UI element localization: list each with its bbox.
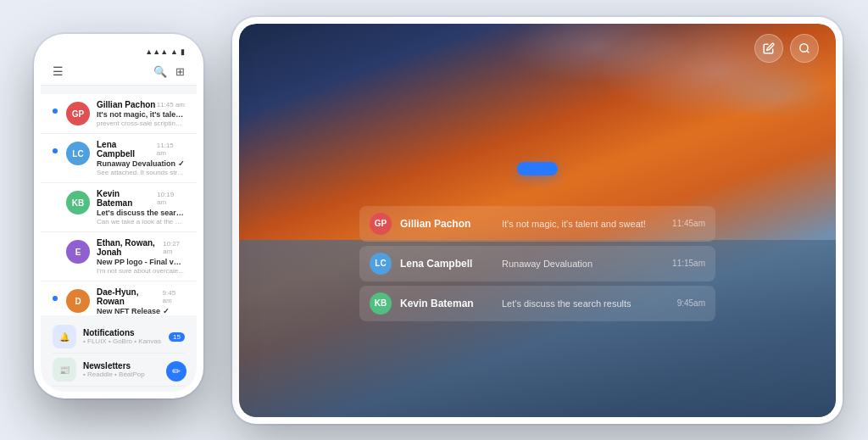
- phone-group-name: Notifications: [83, 328, 162, 337]
- email-sender: Kevin Bateman: [400, 298, 493, 309]
- tablet-main: GP Gillian Pachon It's not magic, it's t…: [239, 70, 836, 417]
- email-time: 11:45am: [672, 219, 705, 228]
- tablet: GP Gillian Pachon It's not magic, it's t…: [232, 17, 843, 424]
- phone-group-icon: 📰: [53, 358, 76, 382]
- phone-header-icons: 🔍 ⊞: [153, 65, 185, 78]
- email-avatar: LC: [370, 253, 392, 275]
- phone-subject: Runaway Devaluation ✓: [97, 159, 185, 168]
- scene: GP Gillian Pachon It's not magic, it's t…: [0, 0, 868, 440]
- phone-email-top: Ethan, Rowan, Jonah 10:27 am: [97, 238, 185, 257]
- phone-email-item[interactable]: E Ethan, Rowan, Jonah 10:27 am New PP lo…: [41, 232, 197, 281]
- phone-group-name: Newsletters: [83, 361, 162, 370]
- search-icon-button[interactable]: [790, 34, 819, 63]
- phone-preview: I'm not sure about overcale...: [97, 267, 185, 275]
- phone-email-top: Lena Campbell 11:15 am: [97, 140, 185, 159]
- phone-sender: Dae-Hyun, Rowan: [97, 287, 163, 306]
- phone-group-text: Newsletters • Readdle • BeatPop: [83, 361, 162, 378]
- phone-group-icon: 🔔: [53, 325, 76, 348]
- phone-status-icons: ▲▲▲ ▲ ▮: [145, 47, 185, 56]
- email-time: 9:45am: [677, 298, 705, 308]
- phone-preview: prevent cross-sale scripting...: [97, 120, 185, 127]
- svg-line-1: [807, 51, 810, 53]
- phone-avatar: LC: [66, 142, 90, 165]
- phone-email-top: Gillian Pachon 11:45 am: [97, 100, 185, 109]
- phone-email-list: GP Gillian Pachon 11:45 am It's not magi…: [41, 94, 197, 315]
- new-emails-section: GP Gillian Pachon It's not magic, it's t…: [359, 199, 715, 326]
- unread-dot: [53, 296, 58, 301]
- phone-email-body: Gillian Pachon 11:45 am It's not magic, …: [97, 100, 185, 127]
- phone-email-time: 11:15 am: [157, 142, 185, 157]
- email-sender: Gillian Pachon: [400, 218, 493, 230]
- phone-search-icon[interactable]: 🔍: [153, 65, 167, 78]
- svg-point-0: [800, 44, 808, 52]
- phone-preview: See attached. It sounds strange...: [97, 169, 185, 176]
- check-inbox-button[interactable]: [517, 162, 558, 175]
- email-avatar: KB: [370, 292, 392, 315]
- unread-dot: [53, 148, 58, 153]
- phone-groups: 🔔 Notifications • FLUIX • GoBro • Kanvas…: [53, 320, 185, 387]
- tablet-email-row[interactable]: GP Gillian Pachon It's not magic, it's t…: [359, 206, 715, 242]
- phone-email-top: Kevin Bateman 10:19 am: [97, 189, 185, 208]
- phone-email-top: Dae-Hyun, Rowan 9:45 am: [97, 287, 185, 306]
- phone-sender: Kevin Bateman: [97, 189, 157, 208]
- phone-group-item[interactable]: 📰 Newsletters • Readdle • BeatPop 36: [53, 354, 185, 387]
- phone-group-subs: • FLUIX • GoBro • Kanvas: [83, 337, 162, 345]
- email-subject: Runaway Devaluation: [502, 259, 664, 269]
- phone-email-time: 10:19 am: [157, 191, 185, 206]
- email-sender: Lena Campbell: [400, 258, 493, 270]
- edit-icon-button[interactable]: [754, 34, 783, 63]
- phone-email-time: 9:45 am: [163, 289, 185, 304]
- phone-preview: Can we take a look at the sketch...: [97, 218, 185, 226]
- unread-dot: [53, 109, 58, 114]
- battery-icon: ▮: [181, 47, 185, 56]
- phone-email-item[interactable]: KB Kevin Bateman 10:19 am Let's discuss …: [41, 183, 197, 232]
- phone-avatar: E: [66, 240, 90, 264]
- phone-group-item[interactable]: 🔔 Notifications • FLUIX • GoBro • Kanvas…: [53, 320, 185, 354]
- phone-sender: Lena Campbell: [97, 140, 157, 159]
- phone-subject: Let's discuss the search results: [97, 209, 185, 217]
- phone-email-body: Dae-Hyun, Rowan 9:45 am New NFT Release …: [97, 287, 185, 315]
- phone-avatar: GP: [66, 102, 90, 125]
- phone-email-item[interactable]: D Dae-Hyun, Rowan 9:45 am New NFT Releas…: [41, 281, 197, 315]
- phone-group-badge: 15: [169, 332, 185, 342]
- tablet-topbar: [239, 24, 836, 70]
- email-avatar: GP: [370, 213, 392, 235]
- tablet-email-row[interactable]: KB Kevin Bateman Let's discuss the searc…: [359, 286, 715, 321]
- signal-icon: ▲▲▲: [145, 47, 168, 56]
- phone-email-items: GP Gillian Pachon 11:45 am It's not magi…: [41, 94, 197, 315]
- menu-icon[interactable]: ☰: [53, 64, 64, 78]
- phone-email-item[interactable]: LC Lena Campbell 11:15 am Runaway Devalu…: [41, 134, 197, 183]
- phone-today-label: [41, 86, 197, 94]
- phone-status-bar: ▲▲▲ ▲ ▮: [41, 41, 197, 59]
- phone-subject: New PP logo - Final version! ✓ 17: [97, 258, 185, 266]
- phone-sender: Gillian Pachon: [97, 100, 155, 109]
- phone-sender: Ethan, Rowan, Jonah: [97, 238, 163, 257]
- phone-email-body: Lena Campbell 11:15 am Runaway Devaluati…: [97, 140, 185, 176]
- phone-subject: It's not magic, it's talent and sweat!: [97, 110, 185, 119]
- wifi-icon: ▲: [170, 47, 178, 56]
- email-subject: It's not magic, it's talent and sweat!: [502, 219, 664, 229]
- phone: ▲▲▲ ▲ ▮ ☰ 🔍 ⊞ GP: [34, 34, 203, 398]
- phone-group-text: Notifications • FLUIX • GoBro • Kanvas: [83, 328, 162, 345]
- phone-email-item[interactable]: GP Gillian Pachon 11:45 am It's not magi…: [41, 94, 197, 134]
- phone-subject: New NFT Release ✓: [97, 307, 185, 315]
- compose-icon[interactable]: ✏: [166, 361, 186, 382]
- phone-grid-icon[interactable]: ⊞: [175, 65, 185, 78]
- tablet-actions: [748, 34, 819, 63]
- phone-header: ☰ 🔍 ⊞: [41, 59, 197, 86]
- tablet-email-row[interactable]: LC Lena Campbell Runaway Devaluation 11:…: [359, 246, 715, 281]
- email-time: 11:15am: [672, 259, 705, 268]
- phone-email-time: 10:27 am: [163, 240, 185, 255]
- phone-avatar: KB: [66, 191, 90, 214]
- phone-email-time: 11:45 am: [157, 101, 185, 109]
- phone-avatar: D: [66, 289, 90, 313]
- tablet-email-list: GP Gillian Pachon It's not magic, it's t…: [359, 206, 715, 321]
- email-subject: Let's discuss the search results: [502, 298, 669, 309]
- phone-email-body: Kevin Bateman 10:19 am Let's discuss the…: [97, 189, 185, 226]
- phone-email-body: Ethan, Rowan, Jonah 10:27 am New PP logo…: [97, 238, 185, 275]
- phone-group-subs: • Readdle • BeatPop: [83, 370, 162, 378]
